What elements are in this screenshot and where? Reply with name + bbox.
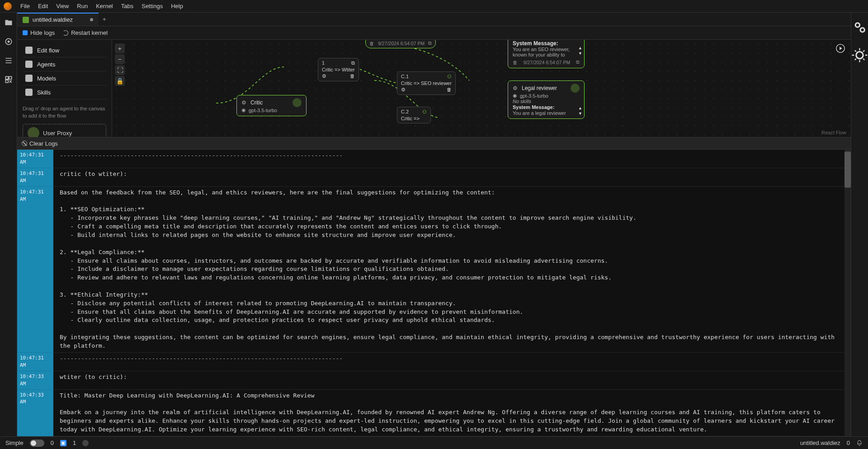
zoom-out-button[interactable]: −	[115, 54, 125, 64]
status-zero: 0	[51, 440, 54, 446]
menu-kernel[interactable]: Kernel	[92, 1, 117, 11]
svg-point-5	[856, 52, 863, 58]
node-model: gpt-3.5-turbo	[520, 93, 548, 99]
copy-icon[interactable]: ⧉	[576, 59, 580, 65]
trash-icon[interactable]: 🗑	[350, 73, 355, 79]
hide-logs-button[interactable]: Hide logs	[23, 29, 55, 36]
log-message: Title: Master Deep Learning with DeepLea…	[53, 390, 844, 436]
tab-untitled[interactable]: untitled.waldiez	[17, 13, 99, 26]
waldiez-icon	[23, 17, 29, 23]
edge-card-c2[interactable]: C.2⚇ Critic =>	[397, 107, 431, 123]
extensions-icon[interactable]	[4, 75, 13, 84]
gear-icon[interactable]: ⚙	[322, 73, 326, 79]
palette-item-models[interactable]: Models	[23, 71, 106, 85]
log-message: ----------------------------------------…	[53, 353, 844, 371]
gear-icon[interactable]: ⚙	[513, 85, 519, 91]
bell-icon[interactable]	[856, 440, 863, 446]
status-bar: Simple 0 ▣ 1 untitled.waldiez 0	[0, 436, 868, 449]
menu-run[interactable]: Run	[73, 1, 92, 11]
palette-item-icon	[25, 61, 33, 68]
log-timestamp: 10:47:31 AM	[17, 187, 53, 353]
palette-item-skills[interactable]: Skills	[23, 85, 106, 99]
simple-toggle[interactable]	[30, 440, 44, 447]
gear-icon[interactable]: ⚙	[401, 87, 406, 93]
chevron-up-icon[interactable]: ▲	[578, 46, 582, 50]
svg-point-1	[7, 41, 9, 43]
menu-help[interactable]: Help	[167, 1, 187, 11]
users-icon: ⚇	[422, 109, 427, 115]
palette-item-edit-flow[interactable]: Edit flow	[23, 43, 106, 57]
log-panel: 10:47:31 AM-----------------------------…	[17, 150, 851, 436]
menubar: FileEditViewRunKernelTabsSettingsHelp	[0, 0, 868, 13]
chevron-up-icon[interactable]: ▲	[578, 106, 582, 110]
node-name: Legal reviewer	[522, 85, 557, 91]
fit-view-button[interactable]: ⛶	[115, 65, 125, 75]
avatar-icon	[571, 84, 580, 93]
node-name: Critic	[250, 99, 263, 106]
chevron-down-icon[interactable]: ▼	[578, 111, 582, 116]
log-row: 10:47:31 AM-----------------------------…	[17, 353, 844, 371]
edge-card-label: Critic => Wtiter	[322, 67, 355, 72]
log-header: Clear Logs	[17, 137, 851, 150]
svg-point-3	[855, 23, 859, 27]
folder-icon[interactable]	[4, 18, 13, 27]
palette-item-icon	[25, 89, 33, 96]
palette-item-agents[interactable]: Agents	[23, 57, 106, 71]
log-rows: 10:47:31 AM-----------------------------…	[17, 150, 844, 436]
menu-file[interactable]: File	[16, 1, 34, 11]
list-icon[interactable]	[4, 56, 13, 65]
menu-view[interactable]: View	[52, 1, 73, 11]
edge-card-c1[interactable]: C.1⚇ Critic => SEO reviewer ⚙🗑	[397, 71, 456, 95]
menu-tabs[interactable]: Tabs	[117, 1, 137, 11]
restart-kernel-label: Restart kernel	[71, 29, 108, 36]
palette-item-label: Models	[37, 75, 56, 82]
chevron-down-icon[interactable]: ▼	[578, 51, 582, 56]
log-timestamp: 10:47:33 AM	[17, 371, 53, 390]
add-tab-button[interactable]: +	[99, 13, 110, 26]
gears-icon[interactable]	[851, 18, 868, 36]
log-row: 10:47:31 AMBased on the feedback from th…	[17, 187, 844, 353]
trash-icon[interactable]: 🗑	[369, 41, 374, 46]
users-icon: ⚇	[447, 74, 452, 80]
log-message: critic (to wtiter):	[53, 168, 844, 187]
log-timestamp: 10:47:31 AM	[17, 353, 53, 371]
node-legal[interactable]: ⚙Legal reviewer ◉gpt-3.5-turbo No skills…	[508, 80, 585, 119]
model-icon: ◉	[241, 107, 246, 113]
status-simple-label: Simple	[5, 440, 24, 446]
menu-settings[interactable]: Settings	[137, 1, 167, 11]
palette-drag-label: User Proxy	[43, 130, 72, 137]
restart-kernel-button[interactable]: Restart kernel	[63, 29, 108, 36]
lock-button[interactable]: 🔒	[115, 76, 125, 86]
palette-item-label: Agents	[37, 61, 55, 68]
tab-title: untitled.waldiez	[33, 16, 73, 23]
sys-msg-header: System Message:	[513, 40, 558, 47]
target-icon[interactable]	[4, 37, 13, 46]
palette-item-label: Skills	[37, 89, 51, 96]
flow-canvas[interactable]: + − ⛶ 🔒 🗑 9/27/2024 6:54:07 PM	[112, 40, 851, 137]
log-row: 10:47:31 AMcritic (to wtiter):	[17, 168, 844, 187]
node-seo-sysmsg[interactable]: System Message: You are an SEO reviewer,…	[508, 40, 585, 68]
scrollbar[interactable]	[844, 150, 851, 436]
copy-icon[interactable]: ⧉	[428, 40, 432, 46]
clear-logs-button[interactable]: Clear Logs	[22, 140, 58, 147]
edge-card-index: C.2	[401, 109, 409, 115]
log-timestamp: 10:47:31 AM	[17, 150, 53, 168]
edge-card-label: Critic => SEO reviewer	[401, 80, 452, 86]
kernel-status-icon	[82, 440, 89, 446]
bug-icon[interactable]	[851, 46, 868, 64]
expand-icon[interactable]: ⧉	[351, 60, 355, 66]
clear-logs-label: Clear Logs	[29, 140, 58, 147]
terminal-badge[interactable]: ▣	[60, 440, 66, 446]
node-critic[interactable]: ⚙Critic ◉gpt-3.5-turbo	[236, 95, 307, 116]
trash-icon[interactable]: 🗑	[447, 87, 452, 93]
menu-edit[interactable]: Edit	[34, 1, 52, 11]
trash-icon[interactable]: 🗑	[513, 60, 518, 65]
gear-icon[interactable]: ⚙	[241, 99, 248, 106]
timestamp-label: 9/27/2024 6:54:07 PM	[378, 41, 425, 46]
react-flow-attribution: React Flow	[821, 130, 846, 135]
palette-item-icon	[25, 75, 33, 82]
activity-bar-right	[851, 13, 868, 436]
run-flow-button[interactable]	[835, 43, 845, 53]
edge-card-1[interactable]: 1⧉ Critic => Wtiter ⚙🗑	[318, 58, 359, 81]
zoom-in-button[interactable]: +	[115, 43, 125, 53]
